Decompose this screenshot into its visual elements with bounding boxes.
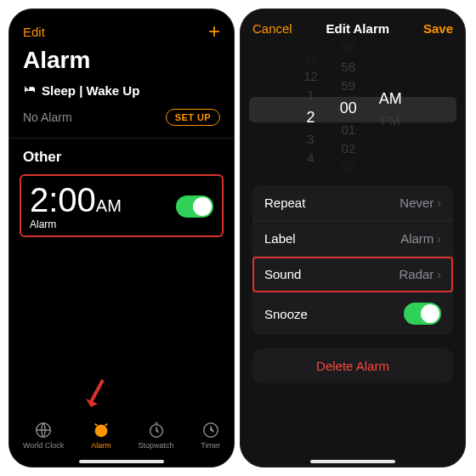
no-alarm-row: No Alarm SET UP — [9, 100, 234, 139]
repeat-row[interactable]: Repeat Never› — [252, 185, 453, 221]
timer-icon — [201, 421, 220, 439]
chevron-right-icon: › — [437, 196, 441, 210]
page-title: Alarm — [9, 47, 234, 77]
annotation-arrow — [82, 378, 108, 416]
edit-button[interactable]: Edit — [23, 25, 45, 39]
snooze-toggle[interactable] — [404, 303, 441, 325]
tab-timer[interactable]: Timer — [201, 421, 220, 450]
sound-row[interactable]: Sound Radar› — [252, 257, 453, 292]
screen-title: Edit Alarm — [326, 21, 389, 36]
bed-icon — [23, 82, 37, 99]
hour-column[interactable]: 11 12 1 2 3 4 — [303, 48, 318, 167]
other-section-header: Other — [9, 139, 234, 171]
header: Edit + — [9, 9, 234, 47]
edit-alarm-screen: Cancel Edit Alarm Save 11 12 1 2 3 4 57 … — [240, 8, 466, 468]
alarm-list-screen: Edit + Alarm Sleep | Wake Up No Alarm SE… — [8, 8, 235, 468]
label-row[interactable]: Label Alarm› — [252, 221, 453, 257]
snooze-row: Snooze — [252, 292, 453, 335]
home-indicator — [310, 460, 395, 463]
tab-world-clock[interactable]: World Clock — [23, 421, 64, 450]
stopwatch-icon — [147, 421, 166, 439]
settings-list: Repeat Never› Label Alarm› Sound Radar› … — [252, 185, 453, 335]
sleep-label: Sleep | Wake Up — [42, 83, 139, 98]
minute-column[interactable]: 57 58 59 00 01 02 03 — [340, 39, 357, 177]
globe-icon — [34, 421, 53, 439]
ampm-column[interactable]: AM PM — [379, 86, 402, 130]
chevron-right-icon: › — [437, 268, 441, 281]
svg-point-1 — [95, 425, 108, 438]
alarm-label: Alarm — [30, 218, 122, 230]
sleep-section-header: Sleep | Wake Up — [9, 77, 234, 100]
chevron-right-icon: › — [437, 232, 441, 246]
tab-bar: World Clock Alarm Stopwatch Timer — [9, 412, 234, 467]
delete-alarm-button[interactable]: Delete Alarm — [252, 348, 453, 383]
add-alarm-button[interactable]: + — [208, 21, 220, 42]
save-button[interactable]: Save — [423, 21, 453, 36]
home-indicator — [79, 460, 164, 463]
alarm-row[interactable]: 2:00AM Alarm — [20, 174, 224, 237]
tab-stopwatch[interactable]: Stopwatch — [138, 421, 173, 450]
time-picker[interactable]: 11 12 1 2 3 4 57 58 59 00 01 02 03 AM PM — [241, 44, 465, 172]
setup-button[interactable]: SET UP — [166, 109, 220, 126]
alarm-toggle[interactable] — [176, 196, 213, 218]
cancel-button[interactable]: Cancel — [252, 21, 292, 36]
alarm-icon — [92, 421, 110, 439]
no-alarm-text: No Alarm — [23, 110, 72, 124]
header: Cancel Edit Alarm Save — [241, 9, 465, 41]
tab-alarm[interactable]: Alarm — [91, 421, 111, 450]
alarm-time: 2:00AM — [30, 183, 122, 217]
